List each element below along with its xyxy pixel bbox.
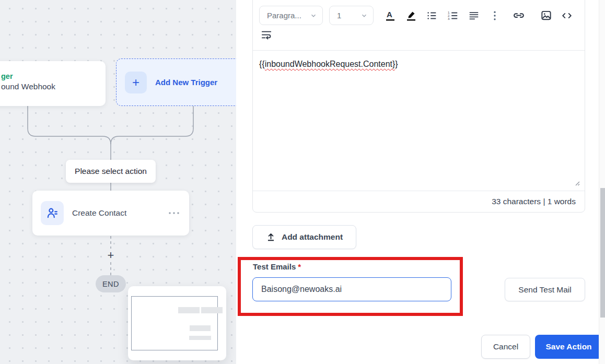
cancel-button[interactable]: Cancel <box>481 335 530 359</box>
test-emails-input[interactable] <box>252 277 451 301</box>
add-step-button[interactable]: + <box>104 249 117 262</box>
upload-icon <box>266 232 276 242</box>
panel-scrollbar[interactable] <box>599 0 605 364</box>
end-badge: END <box>96 275 126 292</box>
save-action-button[interactable]: Save Action <box>535 335 602 359</box>
editor-toolbar-row2 <box>253 25 585 50</box>
scrollbar-thumb[interactable] <box>600 188 605 318</box>
chevron-down-icon <box>310 12 317 19</box>
workflow-canvas[interactable]: ger ound Webhook + Add New Trigger Pleas… <box>0 0 236 364</box>
test-emails-label: Test Emails* <box>253 262 301 271</box>
resize-handle[interactable] <box>574 180 580 186</box>
insert-image-icon[interactable] <box>539 8 553 23</box>
font-size-select[interactable]: 1 <box>329 6 374 25</box>
body-close-brace: } <box>395 60 398 68</box>
workflow-builder-page: ger ound Webhook + Add New Trigger Pleas… <box>0 0 605 364</box>
add-attachment-label: Add attachment <box>282 232 343 242</box>
select-action-label: Please select action <box>66 160 156 183</box>
trigger-card-subtitle: ound Webhook <box>1 82 106 91</box>
add-attachment-button[interactable]: Add attachment <box>252 225 356 249</box>
font-color-icon[interactable]: A <box>383 8 398 23</box>
create-contact-action-card[interactable]: Create Contact <box>32 191 189 236</box>
code-view-icon[interactable] <box>560 8 574 23</box>
create-contact-label: Create Contact <box>72 208 168 218</box>
send-test-mail-button[interactable]: Send Test Mail <box>505 278 585 301</box>
editor-toolbar: Paragra... 1 A 1.2.3. <box>253 0 585 25</box>
body-merge-variable: inboundWebhookRequest.Content} <box>265 60 395 68</box>
chevron-down-icon <box>360 12 368 19</box>
placeholder-bar <box>178 307 200 313</box>
test-emails-label-text: Test Emails <box>253 262 296 271</box>
placeholder-bar <box>189 336 211 340</box>
placeholder-bar <box>190 325 211 331</box>
paragraph-style-select[interactable]: Paragra... <box>259 6 323 25</box>
placeholder-bar <box>201 307 223 313</box>
body-open-braces: {{ <box>259 60 265 68</box>
required-asterisk: * <box>298 262 301 271</box>
insert-link-icon[interactable] <box>511 8 526 23</box>
email-action-panel: Paragra... 1 A 1.2.3. <box>236 0 605 364</box>
font-size-value: 1 <box>337 11 341 20</box>
plus-icon: + <box>125 72 147 93</box>
preview-frame <box>131 296 218 350</box>
add-new-trigger-label: Add New Trigger <box>155 78 217 87</box>
trigger-card-title: ger <box>1 72 106 80</box>
more-options-icon[interactable] <box>487 8 502 23</box>
ellipsis-horizontal-icon[interactable] <box>168 212 180 215</box>
email-body-input[interactable]: {{inboundWebhookRequest.Content}} <box>253 51 585 191</box>
add-new-trigger-button[interactable]: + Add New Trigger <box>116 58 236 106</box>
svg-text:3.: 3. <box>448 17 450 20</box>
ordered-list-icon[interactable]: 1.2.3. <box>446 8 460 23</box>
preview-thumbnail-card <box>128 286 226 360</box>
align-icon[interactable] <box>467 8 481 23</box>
inbound-webhook-trigger-card[interactable]: ger ound Webhook <box>0 61 106 106</box>
contact-card-icon <box>41 201 64 225</box>
rich-text-editor: Paragra... 1 A 1.2.3. <box>252 0 585 213</box>
svg-text:A: A <box>387 10 392 19</box>
highlight-icon[interactable] <box>404 8 418 23</box>
bullet-list-icon[interactable] <box>425 8 439 23</box>
paragraph-style-value: Paragra... <box>267 11 301 20</box>
text-wrap-icon[interactable] <box>260 29 273 41</box>
character-count: 33 characters | 1 words <box>253 191 585 212</box>
